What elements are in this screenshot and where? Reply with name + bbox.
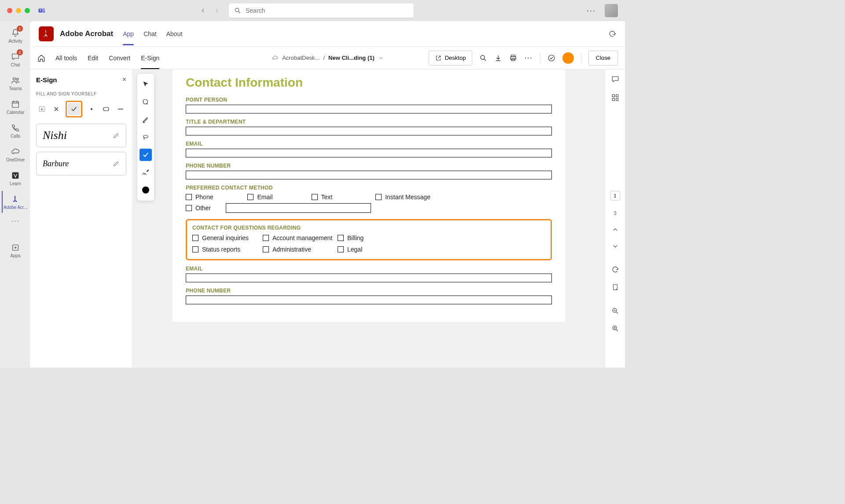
sign-tool[interactable] [140,166,152,179]
rail-calls[interactable]: Calls [2,120,28,142]
print-button[interactable] [509,54,517,62]
field-phone2[interactable] [186,296,552,304]
page-view-button[interactable] [611,283,619,291]
field-email[interactable] [186,149,552,157]
check-icon [142,151,150,159]
checkbox-other[interactable] [186,205,192,211]
rail-acrobat[interactable]: Adobe Acr... [2,191,28,213]
signature-box-1[interactable]: Nishi [36,124,126,147]
search-input[interactable] [246,7,408,14]
panel-close-button[interactable]: × [122,76,126,84]
zoom-in-button[interactable] [611,325,619,332]
document-area[interactable]: Contact Information POINT PERSON TITLE &… [133,69,605,368]
rect-tool[interactable] [100,103,111,115]
people-icon [11,76,20,85]
svg-rect-3 [43,10,45,13]
rail-calendar-label: Calendar [7,110,25,115]
rail-learn[interactable]: Learn [2,167,28,189]
nav-forward-icon[interactable] [214,7,220,14]
tool-tab-esign[interactable]: E-Sign [141,47,159,69]
tab-chat[interactable]: Chat [143,22,157,45]
comment-tool[interactable] [140,96,152,108]
text-tool[interactable]: A [36,103,47,115]
pencil-icon[interactable] [113,160,120,167]
window-maximize-button[interactable] [25,8,30,13]
close-button[interactable]: Close [588,51,618,66]
rail-activity[interactable]: 1 Activity [2,25,28,47]
divider [540,53,540,63]
user-avatar[interactable] [605,4,618,17]
rail-chat[interactable]: 2 Chat [2,48,28,70]
tool-tab-convert[interactable]: Convert [109,47,130,69]
field-title-dept[interactable] [186,127,552,135]
pdf-document: Contact Information POINT PERSON TITLE &… [173,69,565,322]
check-tool[interactable] [68,103,80,115]
chevron-down-icon[interactable] [378,55,383,61]
signature-box-2[interactable]: Barbure [36,152,126,175]
zoom-out-icon [611,307,619,315]
refresh-icon[interactable] [608,30,616,38]
field-email2[interactable] [186,274,552,282]
rail-apps[interactable]: Apps [2,239,28,261]
checkbox-text[interactable] [312,194,318,200]
more-menu-icon[interactable]: ··· [587,6,596,15]
field-other[interactable] [226,203,371,213]
color-tool[interactable] [140,184,152,196]
svg-point-17 [91,108,92,110]
zoom-out-button[interactable] [611,307,619,315]
checkbox-im[interactable] [375,194,382,200]
field-point-person[interactable] [186,105,552,113]
search-box[interactable] [229,4,414,18]
app-header: Adobe Acrobat App Chat About [30,21,625,47]
rotate-button[interactable] [611,266,619,274]
desktop-button[interactable]: Desktop [429,51,473,66]
print-icon [509,54,517,62]
tab-app[interactable]: App [123,22,134,45]
window-close-button[interactable] [7,8,12,13]
download-button[interactable] [494,54,502,62]
checkbox-legal[interactable] [338,246,344,252]
checkbox-status[interactable] [192,246,198,252]
line-tool[interactable] [115,103,126,115]
highlight-tool[interactable] [140,113,152,126]
rail-learn-label: Learn [10,181,21,186]
checkbox-admin[interactable] [263,246,269,252]
nav-back-icon[interactable] [200,7,206,14]
lasso-tool[interactable] [140,131,152,143]
tool-tab-all[interactable]: All tools [55,47,77,69]
signature-2-text: Barbure [43,159,69,168]
current-page-badge[interactable]: 1 [610,191,620,201]
search-button[interactable] [479,54,487,62]
cross-tool[interactable] [51,103,62,115]
home-icon[interactable] [37,54,46,62]
tab-about[interactable]: About [166,22,183,45]
page-down-button[interactable] [612,243,619,250]
checkbox-billing[interactable] [338,235,344,241]
window-minimize-button[interactable] [16,8,21,13]
breadcrumb-current[interactable]: New Cli...ding (1) [328,55,375,61]
pointer-tool[interactable] [140,78,152,91]
rail-teams[interactable]: Teams [2,72,28,94]
page-up-button[interactable] [612,226,619,233]
breadcrumb-root[interactable]: AcrobatDesk... [282,55,320,61]
check-button[interactable] [547,54,555,62]
label-phone2: PHONE NUMBER [186,288,552,294]
rail-acrobat-label: Adobe Acr... [4,205,27,210]
search-icon [234,7,241,14]
field-phone[interactable] [186,171,552,179]
dot-tool[interactable] [86,103,97,115]
checkbox-email[interactable] [247,194,254,200]
comments-button[interactable] [611,75,620,84]
thumbnails-button[interactable] [611,93,620,102]
checkmark-tool[interactable] [140,149,152,161]
profile-avatar[interactable] [562,52,574,64]
pencil-icon[interactable] [113,132,120,139]
checkbox-general[interactable] [192,235,198,241]
rail-more[interactable]: ··· [2,215,28,228]
tool-tab-edit[interactable]: Edit [88,47,98,69]
rail-calendar[interactable]: Calendar [2,96,28,118]
rail-onedrive[interactable]: OneDrive [2,143,28,165]
checkbox-phone[interactable] [186,194,192,200]
more-button[interactable]: ··· [524,54,533,62]
checkbox-account[interactable] [263,235,269,241]
